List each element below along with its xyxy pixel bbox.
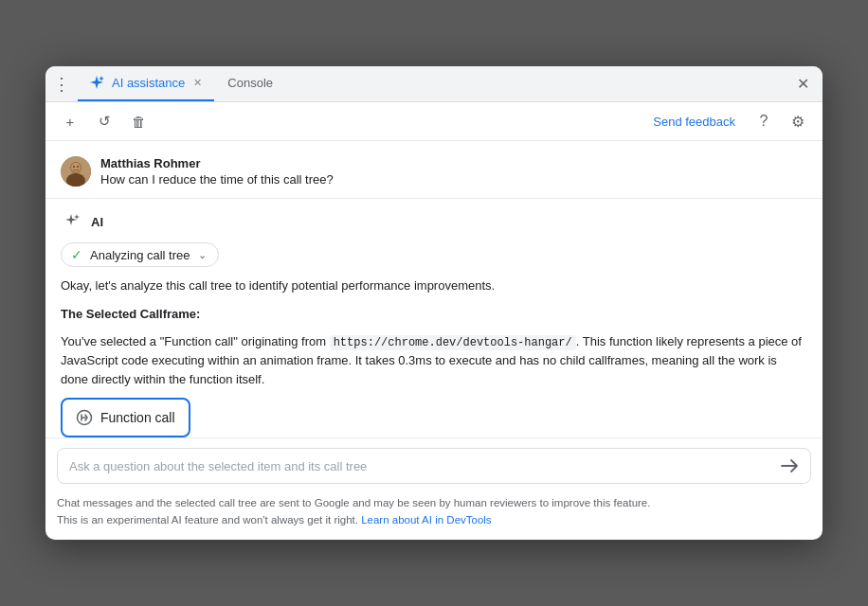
input-area	[45, 437, 823, 490]
function-call-icon	[76, 409, 93, 426]
ai-message: AI ✓ Analyzing call tree ⌄ Okay, let's a…	[61, 210, 807, 437]
ai-callframe-heading: The Selected Callframe:	[61, 307, 200, 321]
user-text: How can I reduce the time of this call t…	[100, 172, 334, 187]
settings-button[interactable]: ⚙	[785, 108, 811, 134]
tab-console-label: Console	[227, 76, 273, 90]
help-icon: ?	[760, 113, 769, 130]
learn-more-link[interactable]: Learn about AI in DevTools	[361, 514, 491, 526]
devtools-window: ⋮ AI assistance ✕ Console ✕ + ↺ 🗑 Send f…	[45, 66, 823, 540]
send-icon	[780, 456, 799, 475]
tab-ai-assistance-label: AI assistance	[112, 76, 185, 90]
function-call-card[interactable]: Function call	[61, 398, 190, 437]
ai-paragraph-1: Okay, let's analyze this call tree to id…	[61, 276, 807, 295]
check-icon: ✓	[71, 247, 82, 262]
history-button[interactable]: ↺	[91, 108, 118, 134]
ai-icon	[61, 210, 83, 233]
avatar-image	[61, 156, 91, 187]
user-message-content: Matthias Rohmer How can I reduce the tim…	[100, 156, 334, 187]
more-tabs-icon[interactable]: ⋮	[53, 74, 70, 95]
svg-point-4	[73, 166, 75, 168]
ai-code-url: https://chrome.dev/devtools-hangar/	[330, 335, 576, 350]
close-devtools-button[interactable]: ✕	[791, 71, 815, 97]
tab-ai-assistance-close[interactable]: ✕	[190, 75, 205, 91]
user-message: Matthias Rohmer How can I reduce the tim…	[61, 156, 807, 187]
ai-spark-svg	[63, 212, 81, 231]
ai-tab-icon	[87, 74, 106, 93]
message-divider	[45, 198, 823, 199]
tab-console[interactable]: Console	[218, 66, 282, 101]
analyzing-badge[interactable]: ✓ Analyzing call tree ⌄	[61, 242, 219, 267]
new-chat-button[interactable]: +	[57, 108, 83, 134]
input-row	[57, 448, 811, 484]
send-button[interactable]	[780, 456, 799, 475]
send-feedback-button[interactable]: Send feedback	[645, 111, 743, 133]
function-call-label: Function call	[100, 410, 175, 425]
add-icon: +	[66, 114, 75, 130]
chevron-down-icon: ⌄	[198, 249, 207, 261]
history-icon: ↺	[99, 113, 111, 130]
analyzing-label: Analyzing call tree	[90, 248, 190, 262]
avatar	[61, 156, 91, 187]
help-button[interactable]: ?	[750, 108, 777, 134]
ai-paragraph-3: You've selected a "Function call" origin…	[61, 332, 807, 388]
delete-button[interactable]: 🗑	[125, 108, 152, 134]
ai-header: AI	[61, 210, 807, 233]
tab-ai-assistance[interactable]: AI assistance ✕	[78, 66, 214, 101]
delete-icon: 🗑	[132, 114, 146, 130]
ai-paragraph-callframe: The Selected Callframe:	[61, 305, 807, 324]
footer-text-2: This is an experimental AI feature and w…	[57, 514, 361, 526]
footer: Chat messages and the selected call tree…	[45, 490, 823, 540]
chat-area: Matthias Rohmer How can I reduce the tim…	[45, 141, 823, 437]
question-input[interactable]	[69, 459, 772, 473]
ai-label: AI	[91, 215, 103, 229]
footer-text-1: Chat messages and the selected call tree…	[57, 497, 650, 508]
ai-text-part1: You've selected a "Function call" origin…	[61, 334, 330, 348]
svg-point-5	[77, 166, 79, 168]
toolbar: + ↺ 🗑 Send feedback ? ⚙	[45, 102, 823, 141]
user-name: Matthias Rohmer	[100, 156, 334, 170]
tab-bar: ⋮ AI assistance ✕ Console ✕	[45, 66, 823, 102]
settings-icon: ⚙	[791, 113, 805, 131]
